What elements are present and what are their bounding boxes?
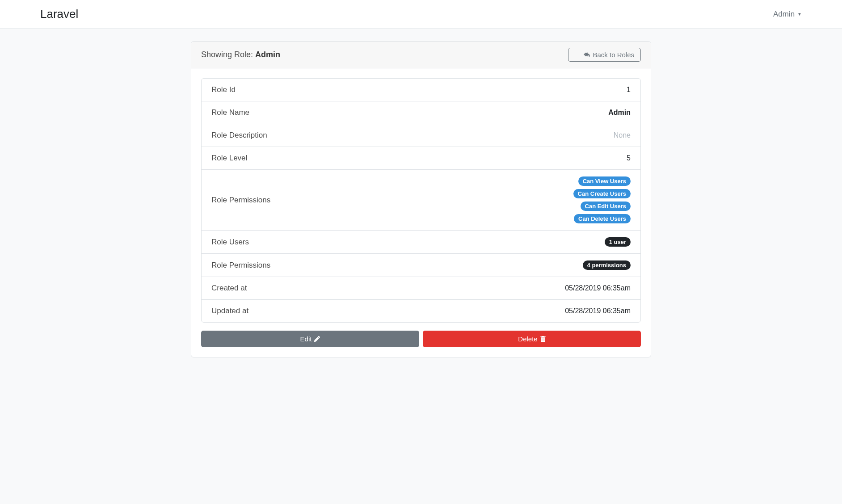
value-role-id: 1 [627, 86, 631, 94]
label-role-id: Role Id [211, 85, 236, 94]
label-role-desc: Role Description [211, 131, 267, 140]
label-perm-count: Role Permissions [211, 261, 270, 270]
perm-badge: Can Edit Users [581, 202, 631, 211]
trash-icon [540, 336, 546, 342]
row-role-name: Role Name Admin [202, 101, 640, 124]
reply-all-icon [584, 52, 590, 58]
action-buttons: Edit Delete [201, 331, 641, 347]
page-title: Showing Role: Admin [201, 50, 280, 59]
perm-badge: Can Create Users [573, 189, 631, 198]
value-role-users: 1 user [605, 237, 631, 247]
role-card: Showing Role: Admin Back to Roles Role I… [191, 41, 651, 357]
edit-button[interactable]: Edit [201, 331, 419, 347]
value-role-level: 5 [627, 154, 631, 162]
card-body: Role Id 1 Role Name Admin Role Descripti… [191, 68, 651, 357]
label-created: Created at [211, 284, 247, 293]
delete-button[interactable]: Delete [423, 331, 641, 347]
value-role-desc: None [614, 131, 631, 139]
row-role-perm-count: Role Permissions 4 permissions [202, 254, 640, 277]
details-list: Role Id 1 Role Name Admin Role Descripti… [201, 78, 641, 323]
row-role-permissions: Role Permissions Can View Users Can Crea… [202, 170, 640, 231]
perm-badge: Can Delete Users [574, 214, 631, 223]
value-perm-count: 4 permissions [583, 260, 631, 270]
row-role-id: Role Id 1 [202, 79, 640, 101]
back-to-roles-button[interactable]: Back to Roles [568, 48, 641, 62]
main-container: Showing Role: Admin Back to Roles Role I… [191, 41, 651, 357]
row-updated-at: Updated at 05/28/2019 06:35am [202, 300, 640, 322]
pencil-icon [314, 336, 320, 342]
card-header: Showing Role: Admin Back to Roles [191, 42, 651, 68]
edit-label: Edit [300, 335, 312, 343]
navbar: Laravel Admin ▼ [0, 0, 842, 29]
title-prefix: Showing Role: [201, 50, 255, 59]
label-role-perm: Role Permissions [211, 196, 270, 205]
label-role-name: Role Name [211, 108, 249, 117]
label-role-users: Role Users [211, 238, 249, 247]
row-created-at: Created at 05/28/2019 06:35am [202, 277, 640, 300]
value-role-name: Admin [608, 109, 631, 117]
brand-link[interactable]: Laravel [40, 7, 78, 21]
back-label: Back to Roles [593, 51, 634, 59]
reply-icon [575, 52, 581, 58]
perm-badge: Can View Users [578, 176, 631, 186]
user-name: Admin [773, 10, 795, 19]
value-updated: 05/28/2019 06:35am [565, 307, 631, 315]
perm-badges: Can View Users Can Create Users Can Edit… [573, 176, 631, 223]
row-role-level: Role Level 5 [202, 147, 640, 170]
value-created: 05/28/2019 06:35am [565, 284, 631, 292]
label-role-level: Role Level [211, 154, 247, 163]
row-role-users: Role Users 1 user [202, 231, 640, 254]
title-role: Admin [255, 50, 280, 59]
user-dropdown[interactable]: Admin ▼ [773, 10, 802, 19]
label-updated: Updated at [211, 307, 248, 315]
delete-label: Delete [518, 335, 537, 343]
row-role-description: Role Description None [202, 124, 640, 147]
caret-down-icon: ▼ [797, 12, 802, 17]
